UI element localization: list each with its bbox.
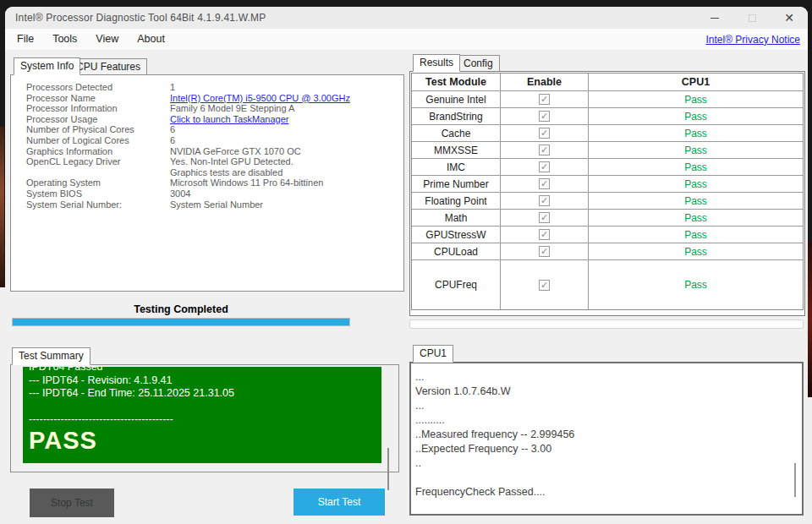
tab-cpu-features[interactable]: CPU Features	[69, 58, 147, 75]
results-table-row: MMXSSEPass	[412, 142, 803, 159]
enabled-checkbox[interactable]	[539, 246, 550, 257]
system-info-panel: Processors Detected1Processor NameIntel(…	[10, 74, 404, 292]
cpu1-log-line: ...	[415, 399, 797, 413]
result-cell: Pass	[589, 142, 803, 159]
menu-tools[interactable]: Tools	[43, 29, 86, 50]
maximize-button[interactable]	[733, 7, 771, 29]
window-controls: ✕	[696, 7, 808, 29]
maximize-icon	[749, 14, 756, 22]
results-table-row: CachePass	[412, 125, 803, 142]
test-module-cell: Cache	[412, 125, 501, 142]
enabled-checkbox[interactable]	[539, 229, 550, 240]
tab-cpu1[interactable]: CPU1	[413, 345, 453, 363]
enabled-checkbox[interactable]	[539, 178, 550, 189]
info-label: Processor Information	[26, 103, 170, 114]
info-label: System Serial Number:	[26, 199, 170, 210]
enabled-checkbox[interactable]	[539, 195, 550, 206]
col-enable: Enable	[501, 74, 589, 91]
close-button[interactable]: ✕	[771, 7, 808, 29]
cpu1-log-lines: ...Version 1.0.7.64b.W...............Mea…	[415, 370, 797, 499]
results-table-row: BrandStringPass	[412, 108, 803, 125]
info-value: 6	[170, 135, 175, 146]
menu-about[interactable]: About	[128, 29, 174, 50]
tab-test-summary[interactable]: Test Summary	[12, 347, 91, 365]
desktop-wallpaper-sliver-left	[0, 127, 4, 287]
enable-cell	[501, 260, 589, 309]
info-label: System BIOS	[26, 188, 170, 199]
start-test-button[interactable]: Start Test	[294, 489, 385, 516]
test-module-cell: IMC	[412, 159, 501, 176]
desktop-wallpaper-sliver-right	[808, 241, 812, 397]
enabled-checkbox[interactable]	[539, 128, 550, 139]
info-value-link[interactable]: Intel(R) Core(TM) i5-9500 CPU @ 3.00GHz	[170, 93, 350, 104]
enable-cell	[501, 159, 589, 176]
minimize-icon	[710, 18, 719, 19]
result-cell: Pass	[589, 125, 803, 142]
enabled-checkbox[interactable]	[539, 111, 550, 122]
info-label: Graphics Information	[26, 146, 170, 157]
results-table-row: Floating PointPass	[412, 193, 803, 210]
cpu1-scrollbar-thumb[interactable]	[794, 463, 796, 497]
enabled-checkbox[interactable]	[539, 145, 550, 156]
menubar: File Tools View About Intel® Privacy Not…	[5, 29, 808, 50]
summary-scrollbar-thumb[interactable]	[387, 448, 389, 490]
system-info-row: Processor InformationFamily 6 Model 9E S…	[26, 103, 403, 114]
results-table-header: Test Module Enable CPU1	[412, 74, 803, 91]
results-table-row: CPULoadPass	[412, 243, 803, 260]
info-value: 3004	[170, 188, 190, 199]
test-module-cell: GPUStressW	[412, 227, 501, 243]
enabled-checkbox[interactable]	[539, 161, 550, 172]
cpu1-log-line	[415, 471, 797, 485]
system-info-row: Processor NameIntel(R) Core(TM) i5-9500 …	[26, 93, 403, 104]
tab-system-info[interactable]: System Info	[14, 57, 80, 75]
cpu1-log-line: ..Expected Frequency -- 3.00	[415, 442, 797, 456]
enable-cell	[501, 243, 589, 260]
enabled-checkbox[interactable]	[539, 94, 550, 105]
info-value: Yes. Non-Intel GPU Detected.	[170, 156, 294, 167]
enable-cell	[501, 210, 589, 227]
cpu1-log-line: ...	[415, 370, 797, 385]
result-cell: Pass	[589, 193, 803, 210]
col-cpu1: CPU1	[589, 74, 803, 91]
minimize-button[interactable]	[696, 7, 733, 29]
result-cell: Pass	[589, 260, 803, 309]
menu-file[interactable]: File	[8, 29, 43, 50]
info-label	[26, 167, 170, 178]
menu-view[interactable]: View	[86, 29, 128, 50]
tab-config[interactable]: Config	[457, 55, 500, 72]
info-value-link[interactable]: Click to launch TaskManager	[170, 114, 288, 125]
cpu1-log-line: FrequencyCheck Passed....	[415, 485, 797, 499]
titlebar: Intel® Processor Diagnostic Tool 64Bit 4…	[5, 7, 808, 29]
summary-line	[29, 401, 381, 414]
info-label: Processors Detected	[26, 82, 170, 93]
stop-test-button[interactable]: Stop Test	[30, 489, 114, 517]
enable-cell	[501, 227, 589, 243]
enable-cell	[501, 142, 589, 159]
enable-cell	[501, 91, 589, 108]
privacy-notice-link[interactable]: Intel® Privacy Notice	[705, 34, 800, 46]
info-label: Number of Logical Cores	[26, 135, 170, 146]
summary-pass-text: PASS	[29, 428, 381, 453]
cpu1-log-line: ..Measured frequency -- 2.999456	[415, 428, 797, 442]
test-module-cell: BrandString	[412, 108, 501, 125]
results-table-row: GPUStressWPass	[412, 227, 803, 243]
test-summary-panel: IPDT64 Passed--- IPDT64 - Revision: 4.1.…	[10, 364, 399, 472]
enable-cell	[501, 125, 589, 142]
result-cell: Pass	[589, 159, 803, 176]
info-label: Operating System	[26, 177, 170, 188]
enabled-checkbox[interactable]	[539, 280, 550, 291]
enable-cell	[501, 176, 589, 193]
cpu1-log-line: ..	[415, 456, 797, 471]
summary-line: --- IPDT64 - End Time: 25.11.2025 21.31.…	[29, 387, 381, 401]
results-horizontal-scrollbar[interactable]	[409, 319, 804, 329]
enable-cell	[501, 193, 589, 210]
info-value: Family 6 Model 9E Stepping A	[170, 103, 294, 114]
cpu1-log-line: ..........	[415, 413, 797, 428]
enabled-checkbox[interactable]	[539, 212, 550, 223]
testing-status-label: Testing Completed	[12, 303, 350, 315]
test-module-cell: MMXSSE	[412, 142, 501, 159]
test-summary-log: IPDT64 Passed--- IPDT64 - Revision: 4.1.…	[23, 367, 381, 463]
tab-results[interactable]: Results	[413, 54, 460, 72]
results-table-row: Genuine IntelPass	[412, 91, 803, 108]
test-module-cell: Math	[412, 210, 501, 227]
